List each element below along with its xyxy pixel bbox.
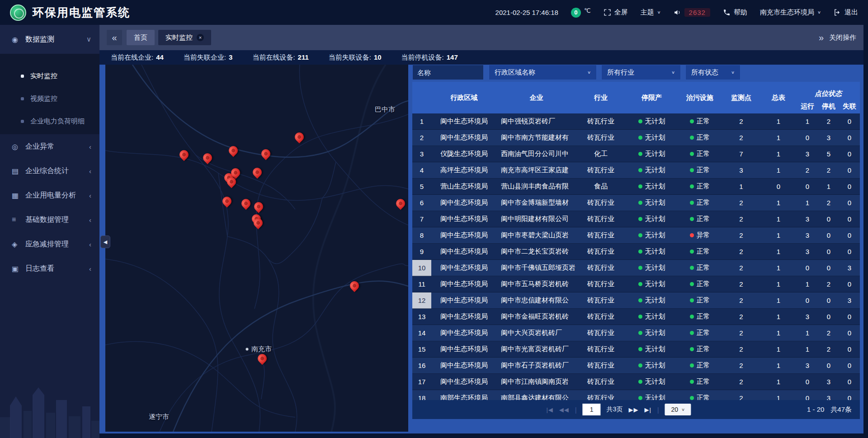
sidebar: ◉ 数据监测 ∨ 实时监控 视频监控 企业电力负荷明细 ◎ 企业异常 ‹ ▤ bbox=[0, 25, 99, 438]
chevron-down-icon: ∨ bbox=[657, 10, 661, 14]
table-row[interactable]: 4高坪生态环境局南充市高坪区王家店建砖瓦行业无计划正常31220 bbox=[412, 162, 860, 179]
stopped-cell: 3 bbox=[818, 390, 839, 400]
table-row[interactable]: 13阆中生态环境局阆中市金福旺页岩机砖砖瓦行业无计划正常21300 bbox=[412, 309, 860, 325]
limit-status-cell: 无计划 bbox=[626, 358, 678, 374]
sidebar-group-enterprise-anomaly[interactable]: ◎ 企业异常 ‹ bbox=[0, 134, 99, 159]
industry-cell: 砖瓦行业 bbox=[576, 325, 626, 341]
emergency-icon: ◈ bbox=[12, 240, 25, 249]
org-dropdown[interactable]: 南充市生态环境局 ∨ bbox=[760, 8, 821, 17]
fullscreen-button[interactable]: 全屏 bbox=[604, 8, 628, 17]
sidebar-group-enterprise-statistics[interactable]: ▤ 企业综合统计 ‹ bbox=[0, 159, 99, 183]
stopped-cell: 3 bbox=[818, 130, 839, 146]
points-cell: 2 bbox=[722, 325, 760, 341]
sidebar-group-log-view[interactable]: ▣ 日志查看 ‹ bbox=[0, 256, 99, 281]
row-index-cell: 12 bbox=[412, 292, 431, 309]
company-cell: 阆中市光富页岩机砖厂 bbox=[497, 341, 576, 358]
logout-button[interactable]: 退出 bbox=[834, 8, 858, 17]
sidebar-item-video-monitoring[interactable]: 视频监控 bbox=[0, 87, 99, 110]
table-row[interactable]: 18南部生态环境局南部县鑫达建材有限公砖瓦行业无计划正常21030 bbox=[412, 390, 860, 400]
points-cell: 2 bbox=[722, 309, 760, 325]
row-index-cell: 5 bbox=[412, 179, 431, 195]
close-operations-button[interactable]: 关闭操作 bbox=[829, 33, 856, 42]
prev-page-button[interactable]: ◀◀ bbox=[559, 406, 569, 413]
page-size-select[interactable]: 20 ∨ bbox=[665, 404, 691, 415]
map-canvas[interactable]: 巴中市 南充市 遂宁市 bbox=[105, 65, 408, 432]
status-ok-dot-icon bbox=[690, 266, 694, 270]
close-tab-icon[interactable]: × bbox=[197, 34, 204, 41]
chevron-left-icon: ‹ bbox=[89, 240, 91, 248]
tabs-scroll-left-button[interactable]: « bbox=[107, 30, 122, 45]
status-filter-select[interactable]: 所有状态 ∨ bbox=[685, 65, 741, 80]
log-icon: ▣ bbox=[12, 264, 25, 273]
table-row[interactable]: 1阆中生态环境局阆中强锐页岩砖厂砖瓦行业无计划正常21120 bbox=[412, 113, 860, 130]
table-row[interactable]: 16阆中生态环境局阆中市石子页岩机砖厂砖瓦行业无计划正常21300 bbox=[412, 358, 860, 374]
offline-cell: 0 bbox=[839, 325, 860, 341]
table-row[interactable]: 3仪陇生态环境局西南油气田分公司川中化工无计划正常71350 bbox=[412, 146, 860, 162]
last-page-button[interactable]: ▶| bbox=[644, 406, 651, 413]
status-ok-dot-icon bbox=[638, 119, 642, 123]
top-header: 环保用电监管系统 2021-02-25 17:46:18 0 ℃ 全屏 主题 ∨… bbox=[0, 0, 868, 25]
sidebar-group-data-monitoring[interactable]: ◉ 数据监测 ∨ bbox=[0, 25, 99, 54]
region-cell: 阆中生态环境局 bbox=[431, 276, 497, 292]
table-row[interactable]: 14阆中生态环境局阆中大兴页岩机砖厂砖瓦行业无计划正常21120 bbox=[412, 325, 860, 341]
announcement-button[interactable]: 2632 bbox=[674, 8, 710, 17]
limit-status-cell: 无计划 bbox=[626, 211, 678, 227]
running-cell: 0 bbox=[797, 130, 818, 146]
sidebar-group-base-data[interactable]: ≡ 基础数据管理 ‹ bbox=[0, 207, 99, 232]
tab-realtime-monitoring[interactable]: 实时监控 × bbox=[158, 30, 211, 45]
meters-cell: 1 bbox=[760, 276, 797, 292]
industry-cell: 砖瓦行业 bbox=[576, 130, 626, 146]
sidebar-item-power-load-detail[interactable]: 企业电力负荷明细 bbox=[0, 110, 99, 132]
map-collapse-handle[interactable]: ◀ bbox=[100, 235, 110, 248]
points-cell: 2 bbox=[722, 276, 760, 292]
sidebar-item-realtime-monitoring[interactable]: 实时监控 bbox=[0, 65, 99, 87]
region-cell: 阆中生态环境局 bbox=[431, 211, 497, 227]
name-filter-input[interactable] bbox=[412, 65, 484, 80]
running-cell: 2 bbox=[797, 162, 818, 179]
sidebar-group-power-analysis[interactable]: ▦ 企业用电量分析 ‹ bbox=[0, 183, 99, 207]
table-row[interactable]: 2阆中生态环境局阆中市南方节能建材有砖瓦行业无计划正常21030 bbox=[412, 130, 860, 146]
help-button[interactable]: 帮助 bbox=[723, 8, 747, 17]
bullet-icon bbox=[21, 75, 24, 78]
table-row[interactable]: 12阆中生态环境局阆中市忠信建材有限公砖瓦行业无计划正常21003 bbox=[412, 292, 860, 309]
sidebar-group-emergency-reduction[interactable]: ◈ 应急减排管理 ‹ bbox=[0, 232, 99, 256]
enterprise-table: 行政区域 企业 行业 停限产 治污设施 监测点 总表 点位状态 运行 停机 失联 bbox=[412, 82, 860, 400]
stat-stopped-devices: 当前停机设备:147 bbox=[401, 53, 458, 62]
company-cell: 阆中大兴页岩机砖厂 bbox=[497, 325, 576, 341]
tabs-scroll-right-button[interactable]: » bbox=[819, 33, 824, 43]
table-row[interactable]: 8阆中生态环境局阆中市枣碧大梁山页岩砖瓦行业无计划异常21300 bbox=[412, 227, 860, 244]
theme-dropdown[interactable]: 主题 ∨ bbox=[641, 8, 661, 17]
row-index-cell: 10 bbox=[412, 260, 431, 276]
table-row[interactable]: 7阆中生态环境局阆中明阳建材有限公司砖瓦行业无计划正常21300 bbox=[412, 211, 860, 227]
table-row[interactable]: 9阆中生态环境局阆中市二龙长宝页岩砖砖瓦行业无计划正常21300 bbox=[412, 244, 860, 260]
col-header-company: 企业 bbox=[497, 82, 576, 113]
first-page-button[interactable]: |◀ bbox=[546, 406, 553, 413]
next-page-button[interactable]: ▶▶ bbox=[628, 406, 638, 413]
status-ok-dot-icon bbox=[690, 119, 694, 123]
limit-status-cell: 无计划 bbox=[626, 374, 678, 390]
status-ok-dot-icon bbox=[638, 266, 642, 270]
tab-home[interactable]: 首页 bbox=[127, 30, 155, 45]
table-row[interactable]: 15阆中生态环境局阆中市光富页岩机砖厂砖瓦行业无计划正常21120 bbox=[412, 341, 860, 358]
table-row[interactable]: 10阆中生态环境局阆中市千佛镇五郎垭页岩砖瓦行业无计划正常21003 bbox=[412, 260, 860, 276]
region-cell: 阆中生态环境局 bbox=[431, 260, 497, 276]
stopped-cell: 2 bbox=[818, 113, 839, 130]
points-cell: 2 bbox=[722, 113, 760, 130]
col-header-meters: 总表 bbox=[760, 82, 797, 113]
limit-status-cell: 无计划 bbox=[626, 292, 678, 309]
row-index-cell: 18 bbox=[412, 390, 431, 400]
table-row[interactable]: 11阆中生态环境局阆中市五马桥页岩机砖砖瓦行业无计划正常21120 bbox=[412, 276, 860, 292]
page-number-input[interactable] bbox=[583, 404, 601, 415]
status-ok-dot-icon bbox=[638, 396, 642, 400]
region-filter-select[interactable]: 行政区域名称 ∨ bbox=[489, 65, 597, 80]
row-index-cell: 9 bbox=[412, 244, 431, 260]
table-row[interactable]: 6阆中生态环境局阆中市金博瑞新型墙材砖瓦行业无计划正常21120 bbox=[412, 195, 860, 211]
offline-cell: 0 bbox=[839, 358, 860, 374]
table-row[interactable]: 5营山生态环境局营山县润丰肉食品有限食品无计划正常10010 bbox=[412, 179, 860, 195]
region-cell: 阆中生态环境局 bbox=[431, 113, 497, 130]
company-cell: 阆中市金博瑞新型墙材 bbox=[497, 195, 576, 211]
region-cell: 阆中生态环境局 bbox=[431, 341, 497, 358]
meters-cell: 0 bbox=[760, 179, 797, 195]
industry-filter-select[interactable]: 所有行业 ∨ bbox=[601, 65, 681, 80]
table-row[interactable]: 17阆中生态环境局阆中市江南镇阆南页岩砖瓦行业无计划正常21030 bbox=[412, 374, 860, 390]
